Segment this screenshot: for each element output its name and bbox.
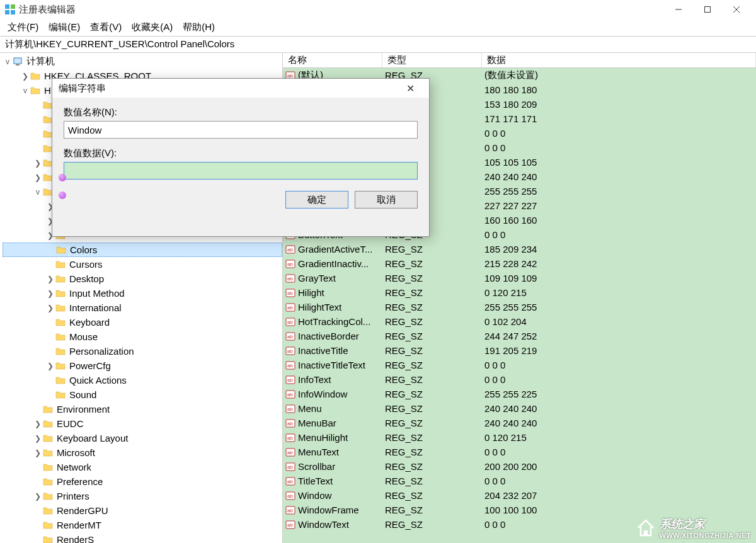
value-type: REG_SZ [382, 432, 482, 443]
tree-item[interactable]: Network [3, 460, 282, 474]
tree-item[interactable]: ❯Printers [3, 489, 282, 503]
tree-item[interactable]: ❯EUDC [3, 416, 282, 431]
string-value-icon: ab [285, 418, 295, 428]
edit-string-dialog: 编辑字符串 ✕ 数值名称(N): 数值数据(V): 确定 取消 [52, 78, 430, 237]
value-data-input[interactable] [64, 162, 418, 180]
value-row[interactable]: abMenuHilightREG_SZ0 120 215 [283, 430, 756, 445]
tree-item[interactable]: Quick Actions [3, 373, 282, 387]
tree-item[interactable]: Cursors [3, 257, 282, 272]
value-data: 227 227 227 [482, 200, 756, 211]
value-data: 153 180 209 [482, 99, 756, 110]
tree-item[interactable]: ❯Desktop [3, 272, 282, 286]
tree-item[interactable]: Sound [3, 387, 282, 402]
chevron-right-icon[interactable]: ❯ [45, 362, 55, 370]
annotation-marker-icon [59, 174, 66, 181]
value-row[interactable]: abInactiveBorderREG_SZ244 247 252 [283, 329, 756, 343]
folder-icon [55, 260, 66, 270]
col-data[interactable]: 数据 [482, 53, 756, 67]
value-data: 0 102 204 [482, 316, 756, 327]
tree-item[interactable]: ❯Input Method [3, 286, 282, 300]
value-row[interactable]: abHilightTextREG_SZ255 255 255 [283, 300, 756, 314]
folder-icon [43, 448, 53, 458]
tree-item[interactable]: ❯PowerCfg [3, 358, 282, 373]
tree-label: Printers [55, 491, 91, 501]
value-name-input[interactable] [64, 121, 418, 139]
value-row[interactable]: abGrayTextREG_SZ109 109 109 [283, 271, 756, 285]
chevron-right-icon[interactable]: ❯ [33, 173, 43, 182]
menu-view[interactable]: 查看(V) [88, 20, 124, 35]
folder-icon [55, 390, 66, 400]
chevron-down-icon[interactable]: v [20, 86, 30, 95]
chevron-down-icon[interactable]: v [3, 57, 13, 66]
tree-label: Keyboard Layout [55, 433, 129, 443]
value-row[interactable]: abWindowFrameREG_SZ100 100 100 [283, 503, 756, 517]
menu-edit[interactable]: 编辑(E) [46, 20, 83, 35]
tree-item[interactable]: RenderS [3, 532, 282, 543]
menu-help[interactable]: 帮助(H) [180, 20, 217, 35]
folder-icon [43, 477, 53, 487]
tree-label: RenderS [55, 534, 95, 543]
value-name: GradientActiveT... [298, 244, 372, 254]
address-bar[interactable]: 计算机\HKEY_CURRENT_USER\Control Panel\Colo… [0, 36, 756, 53]
value-row[interactable]: abWindowREG_SZ204 232 207 [283, 488, 756, 503]
value-row[interactable]: abMenuREG_SZ240 240 240 [283, 401, 756, 416]
value-row[interactable]: abGradientInactiv...REG_SZ215 228 242 [283, 256, 756, 271]
col-type[interactable]: 类型 [382, 53, 482, 67]
tree-item[interactable]: ❯International [3, 300, 282, 315]
folder-icon [43, 433, 53, 443]
menu-file[interactable]: 文件(F) [5, 20, 41, 35]
chevron-right-icon[interactable]: ❯ [20, 72, 30, 81]
tree-label: Mouse [68, 331, 99, 342]
value-row[interactable]: abInfoWindowREG_SZ255 255 225 [283, 387, 756, 401]
tree-item[interactable]: Personalization [3, 344, 282, 358]
chevron-right-icon[interactable]: ❯ [45, 275, 55, 283]
value-row[interactable]: abHotTrackingCol...REG_SZ0 102 204 [283, 314, 756, 329]
value-type: REG_SZ [382, 374, 482, 385]
tree-item[interactable]: Keyboard [3, 315, 282, 329]
value-type: REG_SZ [382, 461, 482, 472]
value-row[interactable]: abScrollbarREG_SZ200 200 200 [283, 459, 756, 474]
tree-item[interactable]: ❯Microsoft [3, 445, 282, 460]
regedit-icon [5, 4, 15, 14]
tree-item[interactable]: RenderGPU [3, 503, 282, 518]
ok-button[interactable]: 确定 [285, 191, 348, 209]
chevron-right-icon[interactable]: ❯ [33, 434, 43, 443]
chevron-right-icon[interactable]: ❯ [45, 304, 55, 312]
value-data: 240 240 240 [482, 418, 756, 428]
value-name: InactiveBorder [298, 331, 359, 341]
value-row[interactable]: abGradientActiveT...REG_SZ185 209 234 [283, 242, 756, 256]
dialog-close-button[interactable]: ✕ [398, 83, 423, 94]
tree-item[interactable]: Environment [3, 402, 282, 416]
value-row[interactable]: abMenuTextREG_SZ0 0 0 [283, 445, 756, 459]
tree-item[interactable]: Mouse [3, 329, 282, 344]
value-row[interactable]: abMenuBarREG_SZ240 240 240 [283, 416, 756, 430]
value-name: WindowFrame [298, 505, 359, 515]
cancel-button[interactable]: 取消 [355, 191, 418, 209]
col-name[interactable]: 名称 [283, 53, 382, 67]
tree-item[interactable]: Preference [3, 474, 282, 489]
chevron-right-icon[interactable]: ❯ [33, 159, 43, 168]
minimize-button[interactable] [664, 0, 693, 19]
watermark: 系统之家 WWW.XITONGZHIJIA.NET [636, 517, 751, 539]
menu-favorites[interactable]: 收藏夹(A) [129, 20, 175, 35]
value-row[interactable]: abTitleTextREG_SZ0 0 0 [283, 474, 756, 488]
value-type: REG_SZ [382, 360, 482, 370]
value-row[interactable]: abHilightREG_SZ0 120 215 [283, 285, 756, 300]
value-type: REG_SZ [382, 273, 482, 283]
chevron-right-icon[interactable]: ❯ [33, 420, 43, 428]
tree-label: 计算机 [25, 55, 56, 67]
chevron-down-icon[interactable]: v [33, 188, 43, 197]
close-button[interactable] [722, 0, 751, 19]
tree-item[interactable]: Colors [3, 243, 282, 257]
maximize-button[interactable] [693, 0, 722, 19]
value-row[interactable]: abInactiveTitleTextREG_SZ0 0 0 [283, 358, 756, 372]
tree-item[interactable]: ❯Keyboard Layout [3, 431, 282, 445]
chevron-right-icon[interactable]: ❯ [33, 492, 43, 501]
chevron-right-icon[interactable]: ❯ [33, 449, 43, 457]
chevron-right-icon[interactable]: ❯ [45, 289, 55, 298]
tree-label: Microsoft [55, 447, 96, 458]
tree-root[interactable]: v计算机 [3, 54, 282, 69]
value-row[interactable]: abInactiveTitleREG_SZ191 205 219 [283, 343, 756, 358]
value-row[interactable]: abInfoTextREG_SZ0 0 0 [283, 372, 756, 387]
tree-item[interactable]: RenderMT [3, 518, 282, 532]
